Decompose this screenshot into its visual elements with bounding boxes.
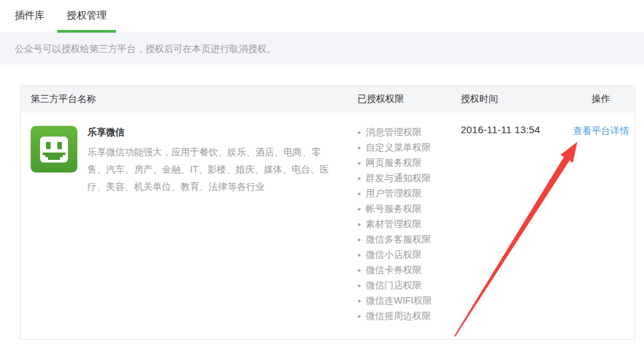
permission-label: 微信多客服权限 bbox=[365, 234, 431, 244]
platform-description: 乐享微信功能强大，应用于餐饮、娱乐、酒店、电商、零售、汽车、房产、金融、IT、影… bbox=[87, 143, 331, 195]
bullet-icon: ● bbox=[357, 267, 361, 274]
permission-item: ●用户管理权限 bbox=[357, 186, 439, 201]
tab-authorization-management[interactable]: 授权管理 bbox=[57, 0, 116, 33]
permission-item: ●素材管理权限 bbox=[357, 216, 439, 232]
bullet-icon: ● bbox=[357, 145, 361, 151]
permission-item: ●微信卡券权限 bbox=[357, 262, 439, 278]
bullet-icon: ● bbox=[357, 221, 361, 228]
header-authorized-permissions: 已授权权限 bbox=[347, 93, 454, 105]
bullet-icon: ● bbox=[357, 298, 361, 304]
authorization-time: 2016-11-11 13:54 bbox=[454, 113, 567, 135]
permission-item: ●消息管理权限 bbox=[357, 125, 439, 140]
robot-face-icon bbox=[31, 126, 77, 173]
tab-bar: 插件库 授权管理 bbox=[0, 0, 644, 33]
permission-item: ●网页服务权限 bbox=[357, 155, 439, 171]
permission-label: 微信摇周边权限 bbox=[365, 310, 431, 321]
permission-label: 微信卡券权限 bbox=[365, 264, 421, 275]
bullet-icon: ● bbox=[357, 313, 361, 320]
permission-label: 群发与通知权限 bbox=[365, 173, 431, 183]
permission-label: 素材管理权限 bbox=[365, 218, 421, 229]
permission-item: ●微信摇周边权限 bbox=[357, 308, 439, 324]
bullet-icon: ● bbox=[357, 236, 361, 243]
notice-bar: 公众号可以授权给第三方平台，授权后可在本页进行取消授权。 bbox=[0, 33, 644, 65]
platform-name: 乐享微信 bbox=[87, 127, 331, 139]
permission-item: ●自定义菜单权限 bbox=[357, 140, 439, 155]
permission-label: 用户管理权限 bbox=[365, 188, 421, 198]
bullet-icon: ● bbox=[357, 190, 361, 197]
bullet-icon: ● bbox=[357, 129, 361, 136]
permissions-cell: ●消息管理权限●自定义菜单权限●网页服务权限●群发与通知权限●用户管理权限●帐号… bbox=[347, 113, 454, 337]
permission-label: 微信门店权限 bbox=[365, 280, 421, 290]
action-cell: 查看平台详情 bbox=[567, 113, 635, 137]
permission-label: 消息管理权限 bbox=[365, 127, 421, 137]
permission-item: ●微信连WIFI权限 bbox=[357, 293, 439, 308]
permission-item: ●微信门店权限 bbox=[357, 278, 439, 293]
permission-label: 帐号服务权限 bbox=[365, 203, 421, 214]
permission-item: ●微信多客服权限 bbox=[357, 232, 439, 247]
bullet-icon: ● bbox=[357, 160, 361, 167]
permission-list: ●消息管理权限●自定义菜单权限●网页服务权限●群发与通知权限●用户管理权限●帐号… bbox=[357, 125, 439, 324]
header-authorization-time: 授权时间 bbox=[454, 93, 567, 105]
header-operation: 操作 bbox=[567, 93, 635, 105]
bullet-icon: ● bbox=[357, 206, 361, 212]
permission-label: 自定义菜单权限 bbox=[365, 142, 431, 153]
platform-info: 乐享微信 乐享微信功能强大，应用于餐饮、娱乐、酒店、电商、零售、汽车、房产、金融… bbox=[87, 126, 331, 195]
table-row: 乐享微信 乐享微信功能强大，应用于餐饮、娱乐、酒店、电商、零售、汽车、房产、金融… bbox=[21, 113, 635, 339]
permission-item: ●微信小店权限 bbox=[357, 247, 439, 262]
view-platform-details-link[interactable]: 查看平台详情 bbox=[573, 125, 629, 136]
bullet-icon: ● bbox=[357, 175, 361, 182]
permission-label: 微信连WIFI权限 bbox=[365, 295, 432, 306]
permission-label: 微信小店权限 bbox=[365, 249, 421, 260]
permission-label: 网页服务权限 bbox=[365, 157, 421, 168]
bullet-icon: ● bbox=[357, 282, 361, 289]
header-platform-name: 第三方平台名称 bbox=[21, 93, 347, 105]
permission-item: ●帐号服务权限 bbox=[357, 201, 439, 216]
permission-item: ●群发与通知权限 bbox=[357, 171, 439, 186]
authorization-table: 第三方平台名称 已授权权限 授权时间 操作 bbox=[20, 85, 635, 340]
bullet-icon: ● bbox=[357, 252, 361, 258]
platform-cell: 乐享微信 乐享微信功能强大，应用于餐饮、娱乐、酒店、电商、零售、汽车、房产、金融… bbox=[21, 113, 347, 195]
tab-plugin-library[interactable]: 插件库 bbox=[5, 0, 54, 33]
table-header-row: 第三方平台名称 已授权权限 授权时间 操作 bbox=[21, 86, 635, 113]
